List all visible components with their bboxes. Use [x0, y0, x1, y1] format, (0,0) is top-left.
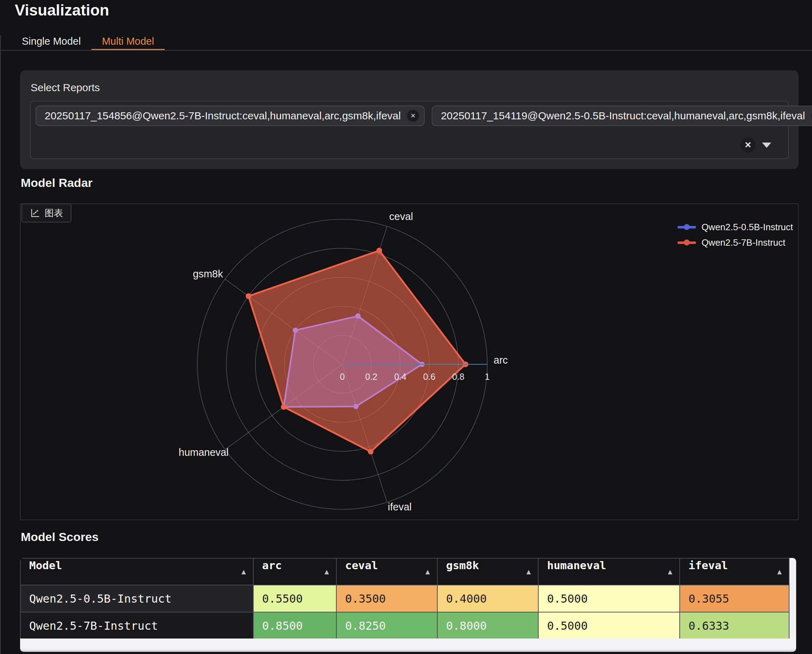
score-cell: 0.8500	[253, 612, 336, 639]
sort-arrow-icon[interactable]: ▲	[777, 559, 782, 584]
svg-text:ceval: ceval	[389, 211, 413, 222]
svg-text:0.8: 0.8	[452, 372, 464, 382]
column-header-label: ceval	[345, 559, 378, 571]
score-cell: 0.5000	[538, 612, 680, 639]
horizontal-scrollbar[interactable]	[20, 639, 796, 652]
svg-text:0.4: 0.4	[394, 372, 406, 382]
scores-section-heading: Model Scores	[21, 530, 99, 544]
legend-label: Qwen2.5-7B-Instruct	[702, 237, 785, 248]
svg-text:0.2: 0.2	[365, 372, 377, 382]
tab-single-model[interactable]: Single Model	[11, 32, 92, 51]
chart-tab-label: 图表	[45, 207, 63, 219]
score-cell: 0.6333	[680, 612, 789, 639]
column-header-humaneval[interactable]: humaneval▲	[538, 558, 680, 585]
scatter-chart-icon	[30, 208, 40, 218]
reports-multiselect[interactable]: 20250117_154856@Qwen2.5-7B-Instruct:ceva…	[30, 101, 789, 159]
report-chip[interactable]: 20250117_154119@Qwen2.5-0.5B-Instruct:ce…	[432, 105, 812, 126]
report-chip-label: 20250117_154119@Qwen2.5-0.5B-Instruct:ce…	[441, 110, 805, 122]
page-left-border	[0, 35, 1, 654]
svg-text:humaneval: humaneval	[179, 447, 229, 458]
radar-section-heading: Model Radar	[21, 176, 93, 190]
column-header-label: ifeval	[688, 559, 728, 571]
score-cell: 0.3500	[336, 585, 437, 612]
scores-table-wrap: Model▲arc▲ceval▲gsm8k▲humaneval▲ifeval▲Q…	[20, 558, 796, 652]
table-row: Qwen2.5-7B-Instruct0.85000.82500.80000.5…	[20, 612, 789, 639]
column-header-gsm8k[interactable]: gsm8k▲	[437, 558, 538, 585]
column-header-model[interactable]: Model▲	[20, 558, 253, 585]
column-header-arc[interactable]: arc▲	[253, 558, 336, 585]
column-header-label: humaneval	[547, 559, 606, 571]
model-name-cell: Qwen2.5-7B-Instruct	[20, 612, 253, 639]
score-cell: 0.4000	[437, 585, 538, 612]
score-cell: 0.3055	[680, 585, 789, 612]
legend-label: Qwen2.5-0.5B-Instruct	[702, 222, 793, 233]
clear-all-x-icon: ✕	[745, 140, 751, 150]
vertical-scrollbar[interactable]	[789, 558, 796, 639]
score-cell: 0.8250	[336, 612, 437, 639]
chip-close-icon[interactable]: ✕	[407, 110, 419, 122]
legend-marker-icon	[678, 226, 696, 228]
score-cell: 0.8000	[437, 612, 538, 639]
report-chip-label: 20250117_154856@Qwen2.5-7B-Instruct:ceva…	[45, 110, 401, 122]
tabs-divider	[0, 50, 812, 51]
svg-text:ifeval: ifeval	[388, 501, 412, 512]
column-header-label: arc	[262, 559, 282, 571]
dropdown-caret-icon[interactable]	[762, 142, 771, 148]
tab-multi-model[interactable]: Multi Model	[92, 32, 165, 51]
svg-text:1: 1	[485, 372, 490, 382]
table-row: Qwen2.5-0.5B-Instruct0.55000.35000.40000…	[20, 585, 789, 612]
legend-marker-icon	[678, 241, 696, 244]
scores-table: Model▲arc▲ceval▲gsm8k▲humaneval▲ifeval▲Q…	[20, 558, 789, 640]
svg-text:0.6: 0.6	[423, 372, 435, 382]
tab-bar: Single Model Multi Model	[11, 32, 165, 51]
select-reports-label: Select Reports	[31, 82, 789, 94]
table-header-row: Model▲arc▲ceval▲gsm8k▲humaneval▲ifeval▲	[20, 558, 789, 585]
chart-legend: Qwen2.5-0.5B-InstructQwen2.5-7B-Instruct	[678, 221, 793, 249]
chart-type-tab[interactable]: 图表	[21, 203, 72, 223]
column-header-label: Model	[29, 559, 62, 571]
sort-arrow-icon[interactable]: ▲	[241, 559, 246, 584]
multiselect-controls: ✕	[740, 137, 771, 153]
sort-arrow-icon[interactable]: ▲	[324, 559, 329, 584]
selected-report-chips: 20250117_154856@Qwen2.5-7B-Instruct:ceva…	[35, 105, 783, 126]
column-header-ceval[interactable]: ceval▲	[336, 558, 437, 585]
sort-arrow-icon[interactable]: ▲	[668, 559, 672, 584]
page-title: Visualization	[15, 2, 109, 19]
column-header-label: gsm8k	[446, 559, 479, 571]
column-header-ifeval[interactable]: ifeval▲	[680, 558, 789, 585]
svg-text:0: 0	[340, 372, 345, 382]
sort-arrow-icon[interactable]: ▲	[526, 559, 531, 584]
legend-item[interactable]: Qwen2.5-7B-Instruct	[678, 237, 793, 249]
svg-text:gsm8k: gsm8k	[193, 268, 223, 280]
sort-arrow-icon[interactable]: ▲	[425, 559, 430, 584]
select-reports-panel: Select Reports 20250117_154856@Qwen2.5-7…	[20, 70, 799, 169]
legend-item[interactable]: Qwen2.5-0.5B-Instruct	[678, 221, 793, 233]
model-name-cell: Qwen2.5-0.5B-Instruct	[20, 585, 253, 612]
radar-chart[interactable]: 00.20.40.60.81arccevalgsm8khumanevalifev…	[21, 204, 798, 520]
score-cell: 0.5000	[538, 585, 680, 612]
clear-all-button[interactable]: ✕	[740, 137, 756, 153]
radar-chart-panel: 00.20.40.60.81arccevalgsm8khumanevalifev…	[20, 203, 799, 520]
score-cell: 0.5500	[253, 585, 336, 612]
svg-text:arc: arc	[494, 355, 508, 366]
report-chip[interactable]: 20250117_154856@Qwen2.5-7B-Instruct:ceva…	[35, 105, 425, 126]
